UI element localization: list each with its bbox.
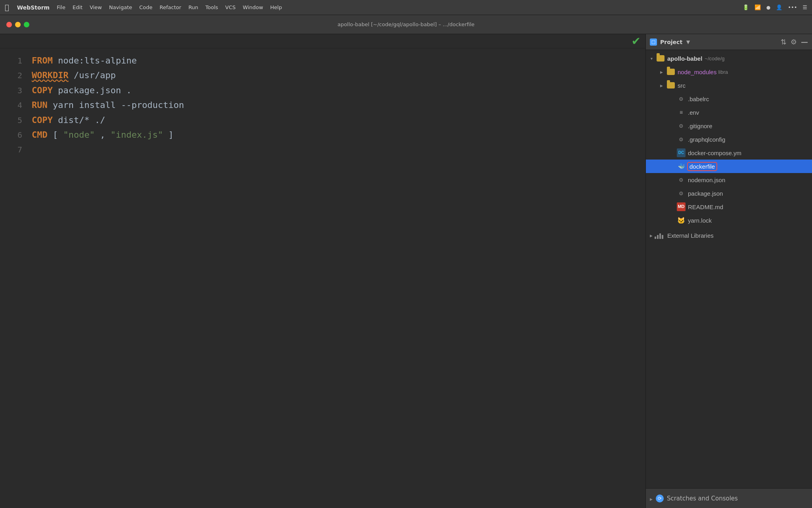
scratches-icon: ⟳ (656, 495, 664, 502)
line-number-5: 5 (0, 114, 32, 127)
panel-dropdown-arrow[interactable]: ▼ (686, 39, 690, 45)
scratches-and-consoles[interactable]: ⟳ Scratches and Consoles (646, 488, 812, 508)
scratches-label: Scratches and Consoles (667, 495, 738, 502)
line-content-4: RUN yarn install --production (32, 98, 645, 112)
label-yarn-lock: yarn.lock (688, 217, 712, 224)
menu-run[interactable]: Run (188, 4, 198, 10)
file-icon-yarn-lock: 🐱 (677, 216, 686, 225)
file-icon-graphqlconfig: ⚙ (677, 135, 686, 144)
line-content-2: WORKDIR /usr/app (32, 68, 645, 83)
menu-navigate[interactable]: Navigate (109, 4, 132, 10)
file-icon-readme: MD (677, 202, 686, 211)
arrow-scratches (650, 495, 653, 502)
keyword-copy-2: COPY (32, 115, 53, 125)
tree-item-package-json[interactable]: ⚙ package.json (646, 187, 812, 200)
code-line-6: 6 CMD [ "node" , "index.js" ] (0, 127, 645, 142)
line-number-4: 4 (0, 98, 32, 112)
arg-cmd-bracket-close: ] (168, 130, 173, 140)
collapse-icon[interactable]: — (801, 38, 808, 46)
arg-workdir: /usr/app (74, 70, 116, 80)
line-number-6: 6 (0, 128, 32, 142)
label-external-libraries: External Libraries (667, 232, 714, 239)
menu-help[interactable]: Help (270, 4, 282, 10)
file-icon-docker-compose: DC (677, 148, 686, 157)
file-tree: apollo-babel ~/code/g node_modules libra… (646, 50, 812, 488)
settings-icon[interactable]: ⚙ (791, 38, 797, 46)
line-content-6: CMD [ "node" , "index.js" ] (32, 127, 645, 142)
sort-icon[interactable]: ⇅ (781, 38, 787, 46)
label-docker-compose: docker-compose.ym (688, 150, 741, 156)
menubar-right: 🔋 📶 ● 👤 ••• ☰ (743, 4, 807, 10)
keyword-cmd: CMD (32, 130, 48, 140)
arg-cmd-bracket-open: [ (53, 130, 63, 140)
keyword-from: FROM (32, 56, 53, 65)
tree-item-yarn-lock[interactable]: 🐱 yarn.lock (646, 214, 812, 227)
apple-icon[interactable]:  (5, 3, 9, 12)
line-content-3: COPY package.json . (32, 83, 645, 98)
arg-node: node:lts-alpine (58, 56, 137, 65)
tree-item-external-libraries[interactable]: External Libraries (646, 229, 812, 242)
clock-icon: ● (766, 5, 770, 10)
window-title: apollo-babel [~/code/gql/apollo-babel] –… (337, 21, 475, 27)
window-controls (6, 22, 29, 27)
arg-run: yarn install --production (53, 100, 184, 110)
file-icon-nodemon: ⚙ (677, 175, 686, 184)
label-babelrc: .babelrc (688, 96, 709, 102)
keyword-copy-1: COPY (32, 85, 53, 95)
tree-item-node-modules[interactable]: node_modules libra (646, 65, 812, 79)
menu-window[interactable]: Window (243, 4, 263, 10)
keyword-run: RUN (32, 100, 48, 110)
line-number-1: 1 (0, 54, 32, 67)
tree-item-babelrc[interactable]: ⚙ .babelrc (646, 92, 812, 106)
label-gitignore: .gitignore (688, 123, 712, 129)
tree-item-gitignore[interactable]: ⚙ .gitignore (646, 119, 812, 133)
line-number-2: 2 (0, 69, 32, 82)
close-button[interactable] (6, 22, 12, 27)
tree-item-env[interactable]: ≡ .env (646, 106, 812, 119)
menu-vcs[interactable]: VCS (225, 4, 236, 10)
maximize-button[interactable] (24, 22, 29, 27)
tree-item-nodemon[interactable]: ⚙ nodemon.json (646, 173, 812, 187)
minimize-button[interactable] (15, 22, 21, 27)
menu-tools[interactable]: Tools (205, 4, 218, 10)
dots-icon: ••• (788, 4, 797, 10)
arg-cmd-comma: , (100, 130, 111, 140)
line-content-7 (32, 142, 645, 157)
code-line-5: 5 COPY dist/* ./ (0, 113, 645, 127)
battery-icon: 🔋 (743, 4, 749, 10)
code-line-7: 7 (0, 142, 645, 157)
file-icon-env: ≡ (677, 108, 686, 117)
line-number-3: 3 (0, 84, 32, 97)
file-icon-package-json: ⚙ (677, 189, 686, 198)
string-indexjs: "index.js" (111, 130, 163, 140)
tree-item-dockerfile[interactable]: 🐳 dockerfile (646, 160, 812, 173)
tree-item-docker-compose[interactable]: DC docker-compose.ym (646, 146, 812, 160)
tree-item-graphqlconfig[interactable]: ⚙ .graphqlconfig (646, 133, 812, 146)
panel-header-icons: ⇅ ⚙ — (781, 38, 808, 46)
panel-title: Project (660, 39, 682, 45)
arg-copy-2: dist/* ./ (58, 115, 105, 125)
menu-view[interactable]: View (90, 4, 102, 10)
tree-item-src[interactable]: src (646, 79, 812, 92)
string-node: "node" (63, 130, 95, 140)
lines-icon: ☰ (802, 4, 807, 10)
root-label: apollo-babel (667, 55, 702, 62)
editor-topbar: ✔ (0, 34, 645, 48)
menu-code[interactable]: Code (139, 4, 152, 10)
user-icon: 👤 (776, 4, 782, 10)
label-env: .env (688, 109, 699, 116)
menu-file[interactable]: File (57, 4, 65, 10)
tree-item-readme[interactable]: MD README.md (646, 200, 812, 214)
panel-header: □ Project ▼ ⇅ ⚙ — (646, 34, 812, 50)
label-package-json: package.json (688, 190, 723, 197)
menu-edit[interactable]: Edit (73, 4, 82, 10)
menu-refactor[interactable]: Refactor (160, 4, 182, 10)
main-area: ✔ 1 FROM node:lts-alpine 2 WORKDIR /usr/… (0, 34, 812, 508)
titlebar: apollo-babel [~/code/gql/apollo-babel] –… (0, 15, 812, 34)
tree-root-apollo-babel[interactable]: apollo-babel ~/code/g (646, 52, 812, 65)
line-number-7: 7 (0, 143, 32, 156)
file-icon-babelrc: ⚙ (677, 94, 686, 103)
folder-icon-root (656, 54, 665, 63)
checkmark-icon: ✔ (632, 35, 641, 48)
code-area[interactable]: 1 FROM node:lts-alpine 2 WORKDIR /usr/ap… (0, 48, 645, 508)
